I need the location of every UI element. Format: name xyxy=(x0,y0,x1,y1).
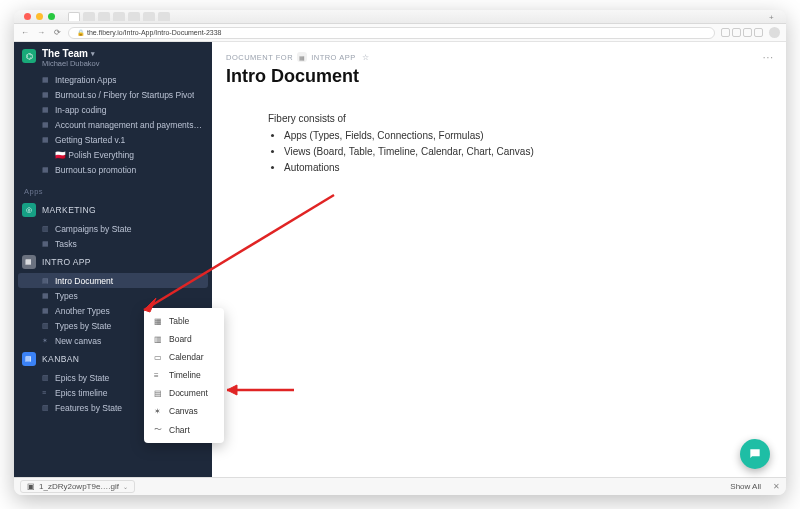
extension-icon[interactable] xyxy=(754,28,763,37)
breadcrumb-app[interactable]: INTRO APP xyxy=(311,53,356,62)
board-icon: ▥ xyxy=(154,335,163,344)
doc-icon: ▦ xyxy=(42,166,50,174)
extension-icon[interactable] xyxy=(743,28,752,37)
browser-tab[interactable] xyxy=(98,12,110,21)
table-icon: ▦ xyxy=(42,292,50,300)
forward-button[interactable]: → xyxy=(36,28,46,37)
sidebar-favorite-item[interactable]: ▦Burnout.so promotion xyxy=(14,162,212,177)
table-icon: ▦ xyxy=(154,317,163,326)
download-bar: ▣ 1_zDRy2owpT9e….gif ⌄ Show All ✕ xyxy=(14,477,786,495)
kanban-icon: ▤ xyxy=(22,352,36,366)
lock-icon: 🔒 xyxy=(77,28,84,38)
back-button[interactable]: ← xyxy=(20,28,30,37)
sidebar-app-marketing[interactable]: ◎MARKETING xyxy=(14,199,212,221)
table-icon: ▦ xyxy=(42,307,50,315)
table-icon: ▦ xyxy=(42,240,50,248)
add-tab-button[interactable]: + xyxy=(769,13,776,20)
context-menu-item-timeline[interactable]: ≡Timeline xyxy=(144,366,224,384)
target-icon: ◎ xyxy=(22,203,36,217)
doc-icon: ▦ xyxy=(42,76,50,84)
chevron-down-icon: ⌄ xyxy=(123,483,128,490)
sidebar-favorite-item[interactable]: 🇵🇱 Polish Everything xyxy=(14,147,212,162)
sidebar-view-item[interactable]: ▦Tasks xyxy=(14,236,212,251)
document-main: ··· DOCUMENT FOR ▦ INTRO APP ☆ Intro Doc… xyxy=(212,42,786,477)
browser-address-bar: ← → ⟳ 🔒 the.fibery.io/Intro-App/Intro-Do… xyxy=(14,24,786,42)
mac-titlebar: + xyxy=(14,10,786,24)
browser-tab-strip xyxy=(68,12,170,21)
browser-tab[interactable] xyxy=(83,12,95,21)
timeline-icon: ≡ xyxy=(42,389,50,396)
url-field[interactable]: 🔒 the.fibery.io/Intro-App/Intro-Document… xyxy=(68,27,715,39)
sidebar-view-item[interactable]: ▦Types xyxy=(14,288,212,303)
timeline-icon: ≡ xyxy=(154,371,163,380)
browser-tab[interactable] xyxy=(158,12,170,21)
doc-icon: ▦ xyxy=(42,106,50,114)
canvas-icon: ✶ xyxy=(154,407,163,416)
workspace-name: The Team xyxy=(42,48,88,59)
canvas-icon: ✶ xyxy=(42,337,50,345)
browser-tab[interactable] xyxy=(143,12,155,21)
document-body[interactable]: Fibery consists of Apps (Types, Fields, … xyxy=(268,113,772,173)
sidebar-app-intro[interactable]: ▦INTRO APP xyxy=(14,251,212,273)
sidebar-favorite-item[interactable]: ▦In-app coding xyxy=(14,102,212,117)
context-menu-item-board[interactable]: ▥Board xyxy=(144,330,224,348)
star-icon[interactable]: ☆ xyxy=(362,53,370,62)
browser-tab[interactable] xyxy=(68,12,80,21)
close-traffic-light[interactable] xyxy=(24,13,31,20)
minimize-traffic-light[interactable] xyxy=(36,13,43,20)
workspace-switcher[interactable]: ⌬ The Team▾ Michael Dubakov xyxy=(14,42,212,72)
doc-icon: ▤ xyxy=(42,277,50,285)
doc-icon: ▦ xyxy=(42,121,50,129)
zoom-traffic-light[interactable] xyxy=(48,13,55,20)
more-menu-button[interactable]: ··· xyxy=(763,52,774,63)
chevron-down-icon: ▾ xyxy=(91,50,95,58)
board-icon: ▥ xyxy=(42,374,50,382)
extension-icons xyxy=(721,28,763,37)
sidebar-favorite-item[interactable]: ▦Integration Apps xyxy=(14,72,212,87)
context-menu-item-calendar[interactable]: ▭Calendar xyxy=(144,348,224,366)
file-icon: ▣ xyxy=(27,482,35,491)
context-menu-item-document[interactable]: ▤Document xyxy=(144,384,224,402)
document-title[interactable]: Intro Document xyxy=(226,66,772,87)
sidebar-view-item-active[interactable]: ▤Intro Document xyxy=(18,273,208,288)
intercom-launcher[interactable] xyxy=(740,439,770,469)
body-bullet: Automations xyxy=(284,162,772,173)
close-download-bar[interactable]: ✕ xyxy=(773,482,780,491)
chat-icon xyxy=(748,447,762,461)
doc-icon: ▦ xyxy=(42,136,50,144)
grid-icon: ▦ xyxy=(22,255,36,269)
chart-icon: 〜 xyxy=(154,424,163,435)
doc-icon: ▤ xyxy=(154,389,163,398)
apps-section-header: Apps xyxy=(14,177,212,199)
profile-avatar[interactable] xyxy=(769,27,780,38)
workspace-user: Michael Dubakov xyxy=(42,59,100,68)
calendar-icon: ▭ xyxy=(154,353,163,362)
context-menu-item-chart[interactable]: 〜Chart xyxy=(144,420,224,439)
context-menu-item-canvas[interactable]: ✶Canvas xyxy=(144,402,224,420)
breadcrumb: DOCUMENT FOR ▦ INTRO APP ☆ xyxy=(226,52,772,62)
download-item[interactable]: ▣ 1_zDRy2owpT9e….gif ⌄ xyxy=(20,480,135,493)
reload-button[interactable]: ⟳ xyxy=(52,28,62,37)
board-icon: ▥ xyxy=(42,322,50,330)
board-icon: ▥ xyxy=(42,225,50,233)
breadcrumb-prefix: DOCUMENT FOR xyxy=(226,53,293,62)
browser-tab[interactable] xyxy=(113,12,125,21)
sidebar-favorite-item[interactable]: ▦Account management and payments v.1 xyxy=(14,117,212,132)
body-paragraph: Fibery consists of xyxy=(268,113,772,124)
sidebar-favorite-item[interactable]: ▦Burnout.so / Fibery for Startups Pivot xyxy=(14,87,212,102)
sidebar-favorite-item[interactable]: ▦Getting Started v.1 xyxy=(14,132,212,147)
grid-icon: ▦ xyxy=(297,52,307,62)
board-icon: ▥ xyxy=(42,404,50,412)
extension-icon[interactable] xyxy=(721,28,730,37)
workspace-icon: ⌬ xyxy=(22,49,36,63)
extension-icon[interactable] xyxy=(732,28,741,37)
url-text: the.fibery.io/Intro-App/Intro-Document-2… xyxy=(87,28,222,38)
browser-tab[interactable] xyxy=(128,12,140,21)
doc-icon: ▦ xyxy=(42,91,50,99)
body-bullet: Apps (Types, Fields, Connections, Formul… xyxy=(284,130,772,141)
sidebar-view-item[interactable]: ▥Campaigns by State xyxy=(14,221,212,236)
context-menu-item-table[interactable]: ▦Table xyxy=(144,312,224,330)
body-bullet: Views (Board, Table, Timeline, Calendar,… xyxy=(284,146,772,157)
show-all-downloads[interactable]: Show All xyxy=(730,482,761,491)
create-view-context-menu: ▦Table ▥Board ▭Calendar ≡Timeline ▤Docum… xyxy=(144,308,224,443)
